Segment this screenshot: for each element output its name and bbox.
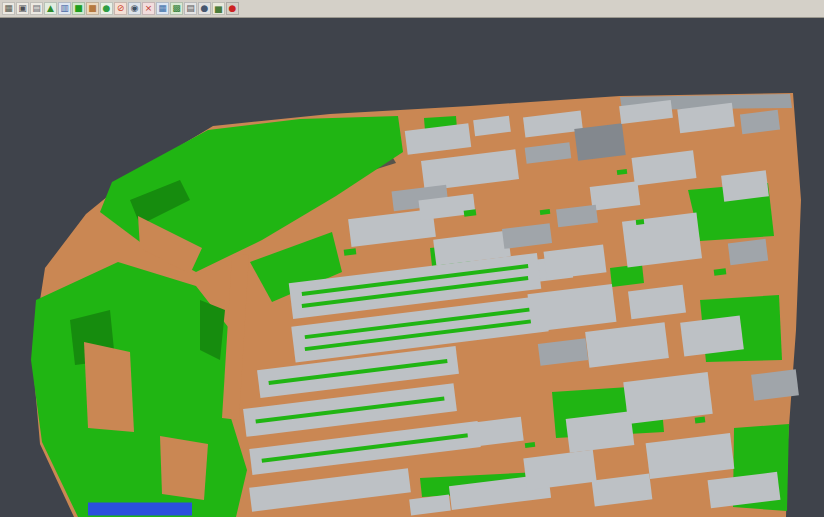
import-file-icon[interactable]: ▤ — [30, 2, 43, 15]
building-roof — [574, 123, 626, 161]
open-project-icon[interactable]: ▦ — [2, 2, 15, 15]
toolbar: ▦▣▤▲▥■■●⊘◉×▦▩▤●▅● — [0, 0, 824, 18]
blue-structure — [88, 503, 192, 516]
building-roof — [721, 170, 769, 201]
terrain-model-icon[interactable]: ▲ — [44, 2, 57, 15]
application-window: ▦▣▤▲▥■■●⊘◉×▦▩▤●▅● — [0, 0, 824, 517]
navigation-icon[interactable]: ◉ — [128, 2, 141, 15]
vegetation-layer-icon[interactable]: ■ — [72, 2, 85, 15]
vegetation-patch — [610, 264, 644, 287]
building-roof — [680, 315, 744, 356]
toolbar-icons: ▦▣▤▲▥■■●⊘◉×▦▩▤●▅● — [2, 2, 239, 15]
print-icon[interactable]: ▤ — [184, 2, 197, 15]
ground-layer-icon[interactable]: ■ — [86, 2, 99, 15]
viewport-3d[interactable] — [0, 0, 824, 517]
delete-icon[interactable]: × — [142, 2, 155, 15]
classify-icon[interactable]: ● — [100, 2, 113, 15]
marker-icon[interactable]: ● — [226, 2, 239, 15]
building-roof — [728, 239, 768, 265]
ground-clearing — [84, 342, 134, 432]
globe-view-icon[interactable]: ● — [198, 2, 211, 15]
layer-manager-icon[interactable]: ▥ — [58, 2, 71, 15]
ground-clearing — [160, 436, 208, 500]
point-cloud-scene[interactable] — [0, 0, 824, 517]
building-roof — [622, 213, 702, 268]
building-roof — [751, 369, 799, 400]
save-project-icon[interactable]: ▣ — [16, 2, 29, 15]
mesh-view-icon[interactable]: ▩ — [170, 2, 183, 15]
vegetation-dot — [695, 416, 706, 423]
exclude-points-icon[interactable]: ⊘ — [114, 2, 127, 15]
histogram-icon[interactable]: ▅ — [212, 2, 225, 15]
grid-view-icon[interactable]: ▦ — [156, 2, 169, 15]
vegetation-dot — [636, 219, 645, 225]
